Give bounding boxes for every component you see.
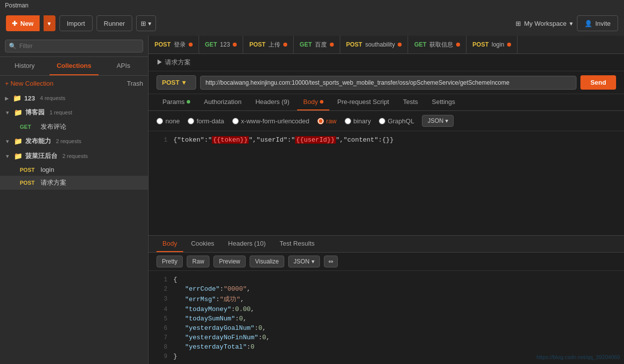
radio-graphql[interactable]: GraphQL (379, 117, 414, 125)
json-resp-format-select[interactable]: JSON ▾ (288, 256, 320, 267)
pretty-button[interactable]: Pretty (156, 256, 183, 267)
folder-icon: 📁 (14, 108, 22, 116)
json-format-select[interactable]: JSON ▾ (422, 115, 454, 127)
tab-params[interactable]: Params (156, 94, 196, 110)
raw-button[interactable]: Raw (187, 256, 209, 267)
resp-tab-body[interactable]: Body (156, 236, 183, 252)
response-tabs: Body Cookies Headers (10) Test Results (149, 236, 624, 253)
code-line: 1 {"token":"{{token}}","userId":"{{userI… (149, 135, 624, 145)
title-bar: Postman (0, 0, 624, 11)
method-label: GET (20, 124, 38, 130)
radio-raw[interactable]: raw (317, 117, 337, 125)
radio-form-data[interactable]: form-data (188, 117, 224, 125)
resp-line: 8 "yesterdayTotal": 0 (149, 342, 624, 352)
method-label: POST (20, 167, 38, 173)
folder-icon: 📁 (14, 137, 22, 145)
resp-line: 1 { (149, 275, 624, 284)
body-options: none form-data x-www-form-urlencoded raw… (149, 111, 624, 131)
chevron-right-icon: ▶ (5, 96, 9, 101)
tab-dot (507, 43, 511, 47)
tab-dot (233, 43, 237, 47)
request-name: 发布评论 (41, 122, 66, 131)
method-label: POST (20, 180, 38, 186)
send-button[interactable]: Send (580, 75, 616, 90)
tab-item[interactable]: POST southability (340, 36, 409, 53)
sidebar: 🔍 History Collections APIs + New Collect… (0, 36, 149, 364)
radio-binary[interactable]: binary (345, 117, 371, 125)
resp-tab-test-results[interactable]: Test Results (273, 236, 320, 252)
tab-apis[interactable]: APIs (99, 57, 148, 75)
preview-button[interactable]: Preview (213, 256, 246, 267)
list-item[interactable]: POST login (0, 163, 148, 176)
tab-item[interactable]: POST 上传 (243, 36, 294, 53)
tab-history[interactable]: History (0, 57, 50, 75)
resp-line: 5 "todaySumNum": 0, (149, 314, 624, 323)
resp-line: 7 "yesterdayNoFinNum": 0, (149, 333, 624, 342)
tab-item[interactable]: GET 百度 (294, 36, 340, 53)
folder-icon: 📁 (13, 94, 21, 102)
tab-item[interactable]: GET 获取信息 (408, 36, 467, 53)
wrap-button[interactable]: ⇔ (324, 256, 338, 267)
tab-headers[interactable]: Headers (9) (250, 94, 296, 110)
tab-authorization[interactable]: Authorization (198, 94, 248, 110)
code-editor: 1 {"token":"{{token}}","userId":"{{userI… (149, 131, 624, 235)
response-section: Body Cookies Headers (10) Test Results P… (149, 235, 624, 364)
visualize-button[interactable]: Visualize (250, 256, 284, 267)
plus-icon: ✚ (12, 20, 17, 27)
method-select[interactable]: POST ▾ (156, 75, 196, 90)
url-input[interactable] (200, 76, 576, 90)
search-icon: 🔍 (9, 43, 16, 50)
user-icon: 👤 (584, 20, 592, 27)
resp-line: 3 "errMsg": "成功", (149, 294, 624, 305)
tab-body[interactable]: Body (297, 94, 329, 110)
runner-button[interactable]: Runner (97, 15, 133, 31)
extra-button[interactable]: ⊞ ▾ (136, 15, 156, 31)
workspace-button[interactable]: ⊞ My Workspace ▾ (516, 20, 573, 27)
watermark: https://blog.csdn.net/qq_39204060 (536, 354, 620, 360)
request-tabs: Params Authorization Headers (9) Body Pr… (149, 94, 624, 111)
resp-tab-cookies[interactable]: Cookies (185, 236, 220, 252)
chevron-down-icon: ▼ (5, 139, 10, 144)
tab-item[interactable]: POST login (467, 36, 518, 53)
toolbar: ✚ New ▾ Import Runner ⊞ ▾ ⊞ My Workspace… (0, 11, 624, 36)
new-button-dropdown[interactable]: ▾ (44, 15, 55, 31)
tab-item[interactable]: GET 123 (199, 36, 244, 53)
response-options: Pretty Raw Preview Visualize JSON ▾ ⇔ (149, 253, 624, 271)
tab-collections[interactable]: Collections (50, 57, 99, 75)
resp-tab-headers[interactable]: Headers (10) (222, 236, 272, 252)
chevron-down-icon: ▼ (5, 110, 10, 115)
body-dot (320, 100, 323, 104)
sidebar-actions: + New Collection Trash (0, 76, 148, 91)
invite-button[interactable]: 👤 Invite (577, 15, 618, 31)
resp-line: 2 "errCode": "0000", (149, 284, 624, 294)
import-button[interactable]: Import (59, 15, 93, 31)
content-area: POST 登录 GET 123 POST 上传 GET 百度 POST (149, 36, 624, 364)
search-input[interactable] (5, 40, 143, 52)
new-button-main[interactable]: ✚ New (6, 15, 40, 31)
radio-urlencoded[interactable]: x-www-form-urlencoded (232, 117, 310, 125)
list-item[interactable]: GET 发布评论 (0, 120, 148, 134)
new-collection-button[interactable]: + New Collection (5, 80, 53, 87)
tab-dot (330, 43, 334, 47)
format-chevron-icon: ▾ (445, 117, 448, 124)
resp-line: 4 "todayMoney": 0.00, (149, 305, 624, 314)
chevron-down-icon: ▼ (5, 154, 10, 159)
tab-dot (189, 43, 193, 47)
params-dot (187, 100, 190, 104)
tab-settings[interactable]: Settings (426, 94, 461, 110)
collection-item[interactable]: ▼ 📁 博客园 1 request (0, 105, 148, 120)
workspace-chevron: ▾ (570, 20, 573, 27)
collection-item[interactable]: ▶ 📁 123 4 requests (0, 91, 148, 105)
trash-button[interactable]: Trash (127, 80, 143, 87)
workspace-icon: ⊞ (516, 20, 521, 27)
tab-tests[interactable]: Tests (397, 94, 424, 110)
tab-item[interactable]: POST 登录 (149, 36, 199, 53)
tab-pre-request[interactable]: Pre-request Script (331, 94, 395, 110)
resp-format-chevron-icon: ▾ (312, 258, 314, 265)
sidebar-tabs: History Collections APIs (0, 57, 148, 76)
collection-item[interactable]: ▼ 📁 菠菜汪后台 2 requests (0, 149, 148, 163)
request-name: login (41, 166, 54, 173)
list-item[interactable]: POST 请求方案 (0, 176, 148, 190)
radio-none[interactable]: none (156, 117, 180, 125)
collection-item[interactable]: ▼ 📁 发布能力 2 requests (0, 134, 148, 149)
